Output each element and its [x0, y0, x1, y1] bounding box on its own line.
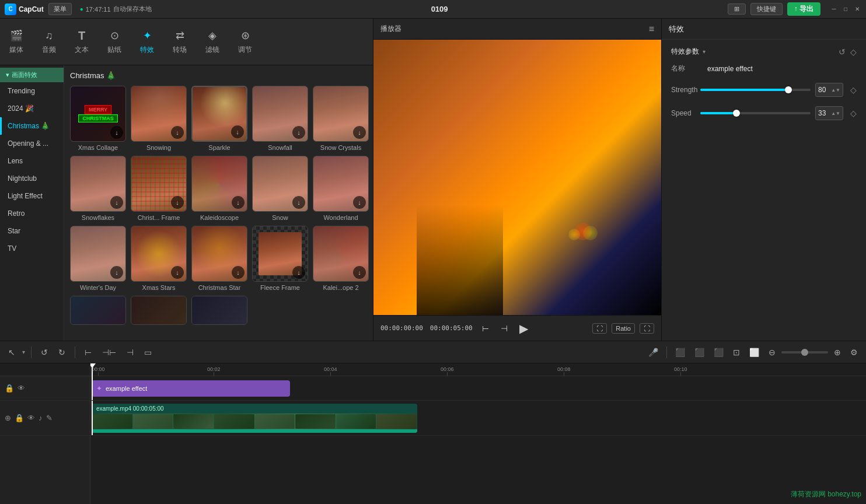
subtitle-button[interactable]: ⊡	[729, 345, 743, 359]
microphone-button[interactable]: 🎤	[645, 345, 662, 359]
track-hide-icon[interactable]: 👁	[18, 384, 25, 393]
effect-item-kaleidoscope-2[interactable]: ↓ Kalei...ope 2	[313, 226, 369, 291]
sidebar-item-tv[interactable]: TV	[0, 240, 64, 257]
layout-button[interactable]: ⊞	[728, 4, 746, 15]
frame-back-button[interactable]: ⊢	[480, 323, 491, 334]
select-tool-button[interactable]: ↖	[5, 345, 19, 359]
speed-arrows[interactable]: ▲▼	[831, 111, 840, 116]
download-icon[interactable]: ↓	[232, 266, 245, 279]
effect-item-snowflakes[interactable]: ↓ Snowflakes	[70, 156, 126, 221]
video-clip[interactable]: example.mp4 00:00:05:00	[92, 404, 417, 433]
toolbar-item-audio[interactable]: ♫ 音频	[42, 29, 56, 55]
maximize-button[interactable]: □	[841, 5, 850, 13]
toolbar-item-text[interactable]: T 文本	[75, 29, 89, 55]
sidebar-item-light-effect[interactable]: Light Effect	[0, 187, 64, 205]
speed-slider-thumb[interactable]	[733, 110, 740, 117]
audio-tool-button[interactable]: ⬛	[710, 345, 727, 359]
sidebar-item-2024[interactable]: 2024 🎉	[0, 100, 64, 117]
effect-item-row4-1[interactable]	[70, 296, 126, 325]
effect-item-sparkle[interactable]: ↓ Sparkle	[191, 86, 247, 151]
download-icon[interactable]: ↓	[110, 196, 123, 209]
sidebar-item-star[interactable]: Star	[0, 222, 64, 240]
menu-button[interactable]: 菜单	[48, 3, 72, 15]
effect-item-christmas-star[interactable]: ↓ Christmas Star	[191, 226, 247, 291]
download-icon[interactable]: ↓	[292, 196, 305, 209]
download-icon[interactable]: ↓	[292, 126, 305, 139]
speed-diamond[interactable]: ◇	[850, 108, 857, 118]
effect-item-snowing[interactable]: ↓ Snowing	[131, 86, 187, 151]
download-icon[interactable]: ↓	[231, 125, 244, 138]
split-begin-button[interactable]: ⊢	[81, 345, 95, 359]
download-icon[interactable]: ↓	[171, 196, 184, 209]
redo-button[interactable]: ↻	[55, 345, 69, 359]
zoom-slider[interactable]	[781, 351, 828, 354]
zoom-out-button[interactable]: ⊖	[765, 345, 779, 359]
sidebar-item-opening[interactable]: Opening & ...	[0, 135, 64, 152]
toolbar-item-effects[interactable]: ✦ 特效	[140, 29, 154, 55]
effect-item-kaleidoscope[interactable]: ↓ Kaleidoscope	[191, 156, 247, 221]
minimize-button[interactable]: ─	[830, 5, 838, 13]
sidebar-item-nightclub[interactable]: Nightclub	[0, 170, 64, 187]
export-button[interactable]: ↑ 导出	[787, 2, 820, 16]
track-edit-icon[interactable]: ✎	[46, 414, 53, 422]
speed-slider-track[interactable]	[700, 112, 811, 114]
effect-clip[interactable]: ✦ example effect	[92, 380, 290, 397]
download-icon[interactable]: ↓	[353, 196, 366, 209]
effect-item-xmas-collage[interactable]: MERRY CHRISTMAS ↓ Xmas Collage	[70, 86, 126, 151]
toolbar-item-media[interactable]: 🎬 媒体	[9, 29, 23, 55]
toolbar-item-filter[interactable]: ◈ 滤镜	[205, 29, 219, 55]
delete-button[interactable]: ▭	[141, 345, 155, 359]
split-end-button[interactable]: ⊣	[123, 345, 137, 359]
track-lock-icon[interactable]: 🔒	[5, 384, 14, 393]
effect-item-row4-2[interactable]	[131, 296, 187, 325]
tool-dropdown[interactable]: ▾	[22, 349, 25, 355]
effect-item-snow[interactable]: ↓ Snow	[252, 156, 308, 221]
preview-menu-icon[interactable]: ≡	[649, 24, 654, 34]
download-icon[interactable]: ↓	[110, 126, 123, 139]
shortcuts-button[interactable]: 快捷键	[750, 3, 783, 15]
smart-tool-button[interactable]: ⬛	[691, 345, 708, 359]
play-button[interactable]: ▶	[517, 320, 530, 337]
strength-slider-thumb[interactable]	[785, 86, 792, 93]
toolbar-item-transition[interactable]: ⇄ 转场	[173, 29, 187, 55]
effect-item-snow-crystals[interactable]: ↓ Snow Crystals	[313, 86, 369, 151]
download-icon[interactable]: ↓	[171, 266, 184, 279]
fullscreen-button[interactable]: ⛶	[640, 323, 654, 334]
effect-item-xmas-stars[interactable]: ↓ Xmas Stars	[131, 226, 187, 291]
toolbar-item-sticker[interactable]: ⊙ 贴纸	[107, 29, 121, 55]
undo-button[interactable]: ↺	[37, 345, 51, 359]
close-button[interactable]: ✕	[853, 5, 861, 13]
sidebar-item-retro[interactable]: Retro	[0, 205, 64, 222]
download-icon[interactable]: ↓	[292, 266, 305, 279]
ratio-button[interactable]: Ratio	[612, 323, 635, 334]
sidebar-item-lens[interactable]: Lens	[0, 152, 64, 170]
strength-diamond[interactable]: ◇	[850, 85, 857, 94]
strength-slider-track[interactable]	[700, 89, 811, 91]
download-icon[interactable]: ↓	[353, 126, 366, 139]
effect-item-wonderland[interactable]: ↓ Wonderland	[313, 156, 369, 221]
effect-item-christ-frame[interactable]: ↓ Christ... Frame	[131, 156, 187, 221]
main-track-button[interactable]: ⬛	[672, 345, 689, 359]
canvas-button[interactable]: ⬜	[746, 345, 763, 359]
download-icon[interactable]: ↓	[171, 126, 184, 139]
track-audio-icon[interactable]: ♪	[39, 414, 43, 422]
track-hide-icon2[interactable]: 👁	[27, 414, 35, 422]
track-lock-icon2[interactable]: 🔒	[15, 414, 24, 422]
track-add-icon[interactable]: ⊕	[5, 414, 11, 422]
strength-arrows[interactable]: ▲▼	[831, 88, 840, 93]
sidebar-item-christmas[interactable]: Christmas 🎄	[0, 117, 64, 135]
split-button[interactable]: ⊣⊢	[99, 345, 120, 359]
effect-item-winters-day[interactable]: ↓ Winter's Day	[70, 226, 126, 291]
sidebar-item-trending[interactable]: Trending	[0, 82, 64, 100]
effect-item-fleece-frame[interactable]: ↓ Fleece Frame	[252, 226, 308, 291]
effect-item-row4-3[interactable]	[191, 296, 247, 325]
download-icon[interactable]: ↓	[110, 266, 123, 279]
effect-item-snowfall[interactable]: ↓ Snowfall	[252, 86, 308, 151]
zoom-in-button[interactable]: ⊕	[830, 345, 844, 359]
toolbar-item-adjust[interactable]: ⊛ 调节	[238, 29, 252, 55]
screenshot-button[interactable]: ⛶	[592, 323, 607, 334]
settings-button[interactable]: ⚙	[847, 345, 861, 359]
reset-icon[interactable]: ↺	[839, 47, 846, 57]
download-icon[interactable]: ↓	[232, 196, 245, 209]
download-icon[interactable]: ↓	[353, 266, 366, 279]
